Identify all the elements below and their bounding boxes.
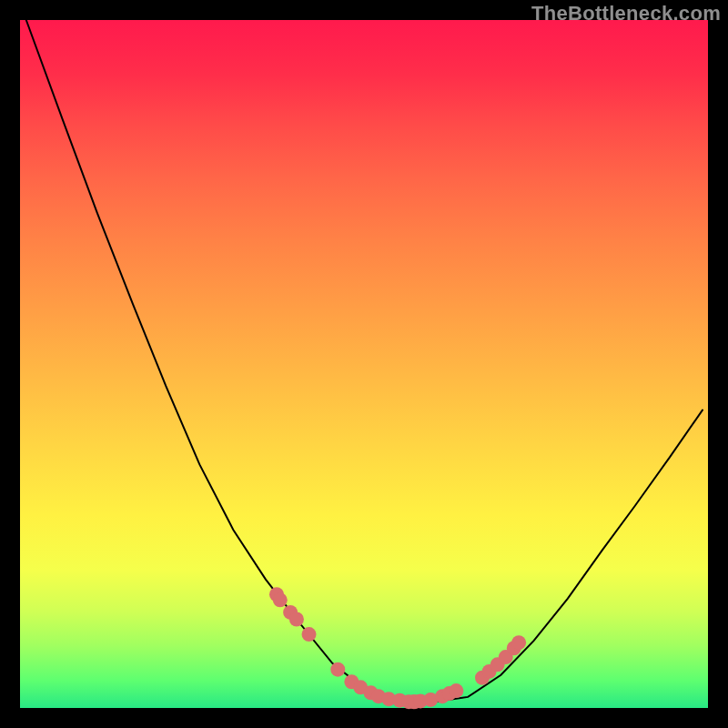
data-dot <box>273 592 288 607</box>
data-dot <box>449 683 463 698</box>
curve-line <box>26 20 703 702</box>
chart-svg <box>20 20 708 708</box>
data-dot <box>302 627 317 642</box>
data-dot <box>330 662 345 677</box>
plot-area <box>20 20 708 708</box>
data-dot <box>511 635 526 650</box>
watermark-text: TheBottleneck.com <box>531 2 721 25</box>
chart-container: TheBottleneck.com <box>0 0 728 728</box>
data-dot <box>289 612 304 626</box>
